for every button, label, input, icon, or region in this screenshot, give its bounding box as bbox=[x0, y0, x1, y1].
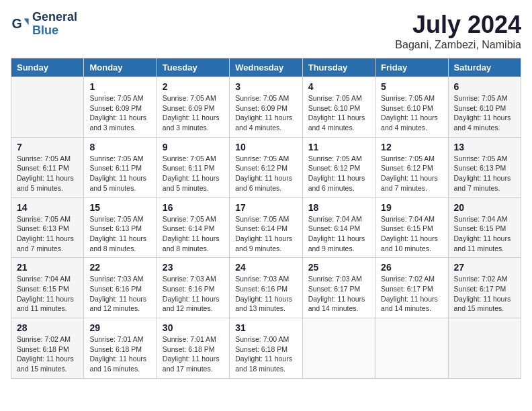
calendar-cell: 10Sunrise: 7:05 AMSunset: 6:12 PMDayligh… bbox=[230, 137, 302, 197]
day-info: Sunrise: 7:05 AMSunset: 6:10 PMDaylight:… bbox=[454, 93, 515, 133]
calendar-cell: 4Sunrise: 7:05 AMSunset: 6:10 PMDaylight… bbox=[302, 77, 375, 138]
day-info: Sunrise: 7:05 AMSunset: 6:09 PMDaylight:… bbox=[163, 93, 224, 133]
day-number: 7 bbox=[17, 142, 78, 152]
calendar-cell: 1Sunrise: 7:05 AMSunset: 6:09 PMDaylight… bbox=[84, 77, 157, 138]
page-header: G General Blue July 2024 Bagani, Zambezi… bbox=[11, 11, 521, 51]
day-info: Sunrise: 7:05 AMSunset: 6:12 PMDaylight:… bbox=[235, 154, 296, 193]
calendar-cell: 28Sunrise: 7:02 AMSunset: 6:18 PMDayligh… bbox=[11, 318, 84, 379]
day-info: Sunrise: 7:03 AMSunset: 6:16 PMDaylight:… bbox=[89, 274, 150, 314]
day-info: Sunrise: 7:02 AMSunset: 6:17 PMDaylight:… bbox=[381, 274, 442, 314]
calendar-cell: 9Sunrise: 7:05 AMSunset: 6:11 PMDaylight… bbox=[157, 137, 229, 197]
calendar-cell: 11Sunrise: 7:05 AMSunset: 6:12 PMDayligh… bbox=[302, 137, 375, 197]
day-info: Sunrise: 7:04 AMSunset: 6:15 PMDaylight:… bbox=[17, 274, 78, 314]
calendar-cell: 3Sunrise: 7:05 AMSunset: 6:09 PMDaylight… bbox=[230, 77, 302, 138]
calendar-cell: 12Sunrise: 7:05 AMSunset: 6:12 PMDayligh… bbox=[375, 137, 448, 197]
calendar-cell bbox=[302, 318, 375, 379]
day-number: 28 bbox=[17, 322, 78, 333]
day-info: Sunrise: 7:05 AMSunset: 6:11 PMDaylight:… bbox=[89, 154, 150, 193]
header-monday: Monday bbox=[84, 58, 157, 77]
day-info: Sunrise: 7:03 AMSunset: 6:17 PMDaylight:… bbox=[308, 274, 369, 314]
day-info: Sunrise: 7:04 AMSunset: 6:15 PMDaylight:… bbox=[454, 214, 515, 254]
calendar-cell: 19Sunrise: 7:04 AMSunset: 6:15 PMDayligh… bbox=[375, 197, 448, 258]
day-info: Sunrise: 7:05 AMSunset: 6:10 PMDaylight:… bbox=[308, 93, 369, 133]
day-number: 15 bbox=[89, 202, 150, 213]
calendar-cell: 8Sunrise: 7:05 AMSunset: 6:11 PMDaylight… bbox=[84, 137, 157, 197]
week-row-5: 28Sunrise: 7:02 AMSunset: 6:18 PMDayligh… bbox=[11, 318, 521, 379]
logo-text: General Blue bbox=[32, 11, 77, 38]
day-info: Sunrise: 7:05 AMSunset: 6:12 PMDaylight:… bbox=[308, 154, 369, 193]
day-number: 29 bbox=[89, 322, 150, 333]
day-number: 14 bbox=[17, 202, 78, 213]
day-number: 16 bbox=[163, 202, 224, 213]
calendar-cell: 7Sunrise: 7:05 AMSunset: 6:11 PMDaylight… bbox=[11, 137, 84, 197]
day-number: 5 bbox=[381, 81, 442, 92]
calendar-cell: 29Sunrise: 7:01 AMSunset: 6:18 PMDayligh… bbox=[84, 318, 157, 379]
calendar-cell: 27Sunrise: 7:02 AMSunset: 6:17 PMDayligh… bbox=[448, 258, 521, 318]
header-wednesday: Wednesday bbox=[230, 58, 302, 77]
week-row-3: 14Sunrise: 7:05 AMSunset: 6:13 PMDayligh… bbox=[11, 197, 521, 258]
day-number: 18 bbox=[308, 202, 369, 213]
day-info: Sunrise: 7:05 AMSunset: 6:14 PMDaylight:… bbox=[163, 214, 224, 254]
day-number: 24 bbox=[235, 262, 296, 273]
calendar-table: SundayMondayTuesdayWednesdayThursdayFrid… bbox=[11, 58, 521, 379]
day-info: Sunrise: 7:05 AMSunset: 6:10 PMDaylight:… bbox=[381, 93, 442, 133]
day-number: 26 bbox=[381, 262, 442, 273]
day-info: Sunrise: 7:02 AMSunset: 6:18 PMDaylight:… bbox=[17, 334, 78, 374]
day-info: Sunrise: 7:05 AMSunset: 6:13 PMDaylight:… bbox=[454, 154, 515, 193]
day-number: 12 bbox=[381, 142, 442, 152]
day-number: 17 bbox=[235, 202, 296, 213]
day-number: 10 bbox=[235, 142, 296, 152]
calendar-cell: 26Sunrise: 7:02 AMSunset: 6:17 PMDayligh… bbox=[375, 258, 448, 318]
day-info: Sunrise: 7:05 AMSunset: 6:09 PMDaylight:… bbox=[235, 93, 296, 133]
header-thursday: Thursday bbox=[302, 58, 375, 77]
calendar-cell: 30Sunrise: 7:01 AMSunset: 6:18 PMDayligh… bbox=[157, 318, 229, 379]
calendar-cell: 16Sunrise: 7:05 AMSunset: 6:14 PMDayligh… bbox=[157, 197, 229, 258]
day-number: 20 bbox=[454, 202, 515, 213]
calendar-cell bbox=[375, 318, 448, 379]
calendar-cell: 23Sunrise: 7:03 AMSunset: 6:16 PMDayligh… bbox=[157, 258, 229, 318]
day-number: 22 bbox=[89, 262, 150, 273]
logo-icon: G bbox=[11, 15, 30, 34]
calendar-cell: 15Sunrise: 7:05 AMSunset: 6:13 PMDayligh… bbox=[84, 197, 157, 258]
day-info: Sunrise: 7:01 AMSunset: 6:18 PMDaylight:… bbox=[163, 334, 224, 374]
day-number: 4 bbox=[308, 81, 369, 92]
calendar-cell: 2Sunrise: 7:05 AMSunset: 6:09 PMDaylight… bbox=[157, 77, 229, 138]
header-tuesday: Tuesday bbox=[157, 58, 229, 77]
calendar-cell: 13Sunrise: 7:05 AMSunset: 6:13 PMDayligh… bbox=[448, 137, 521, 197]
day-info: Sunrise: 7:05 AMSunset: 6:11 PMDaylight:… bbox=[163, 154, 224, 193]
day-number: 30 bbox=[163, 322, 224, 333]
day-number: 1 bbox=[89, 81, 150, 92]
week-row-4: 21Sunrise: 7:04 AMSunset: 6:15 PMDayligh… bbox=[11, 258, 521, 318]
day-number: 25 bbox=[308, 262, 369, 273]
day-number: 8 bbox=[89, 142, 150, 152]
calendar-cell: 5Sunrise: 7:05 AMSunset: 6:10 PMDaylight… bbox=[375, 77, 448, 138]
calendar-cell: 6Sunrise: 7:05 AMSunset: 6:10 PMDaylight… bbox=[448, 77, 521, 138]
calendar-cell: 18Sunrise: 7:04 AMSunset: 6:14 PMDayligh… bbox=[302, 197, 375, 258]
logo: G General Blue bbox=[11, 11, 77, 38]
calendar-cell: 24Sunrise: 7:03 AMSunset: 6:16 PMDayligh… bbox=[230, 258, 302, 318]
calendar-subtitle: Bagani, Zambezi, Namibia bbox=[395, 39, 521, 51]
day-number: 19 bbox=[381, 202, 442, 213]
calendar-cell: 25Sunrise: 7:03 AMSunset: 6:17 PMDayligh… bbox=[302, 258, 375, 318]
calendar-cell: 31Sunrise: 7:00 AMSunset: 6:18 PMDayligh… bbox=[230, 318, 302, 379]
day-info: Sunrise: 7:01 AMSunset: 6:18 PMDaylight:… bbox=[89, 334, 150, 374]
day-number: 9 bbox=[163, 142, 224, 152]
day-info: Sunrise: 7:03 AMSunset: 6:16 PMDaylight:… bbox=[163, 274, 224, 314]
calendar-cell bbox=[448, 318, 521, 379]
day-number: 13 bbox=[454, 142, 515, 152]
header-friday: Friday bbox=[375, 58, 448, 77]
week-row-2: 7Sunrise: 7:05 AMSunset: 6:11 PMDaylight… bbox=[11, 137, 521, 197]
day-info: Sunrise: 7:03 AMSunset: 6:16 PMDaylight:… bbox=[235, 274, 296, 314]
header-sunday: Sunday bbox=[11, 58, 84, 77]
day-info: Sunrise: 7:04 AMSunset: 6:14 PMDaylight:… bbox=[308, 214, 369, 254]
day-info: Sunrise: 7:05 AMSunset: 6:11 PMDaylight:… bbox=[17, 154, 78, 193]
title-area: July 2024 Bagani, Zambezi, Namibia bbox=[395, 11, 521, 51]
svg-marker-1 bbox=[24, 18, 29, 25]
calendar-cell: 21Sunrise: 7:04 AMSunset: 6:15 PMDayligh… bbox=[11, 258, 84, 318]
header-saturday: Saturday bbox=[448, 58, 521, 77]
svg-text:G: G bbox=[11, 15, 21, 30]
day-number: 2 bbox=[163, 81, 224, 92]
calendar-cell: 20Sunrise: 7:04 AMSunset: 6:15 PMDayligh… bbox=[448, 197, 521, 258]
day-number: 27 bbox=[454, 262, 515, 273]
day-info: Sunrise: 7:05 AMSunset: 6:13 PMDaylight:… bbox=[17, 214, 78, 254]
